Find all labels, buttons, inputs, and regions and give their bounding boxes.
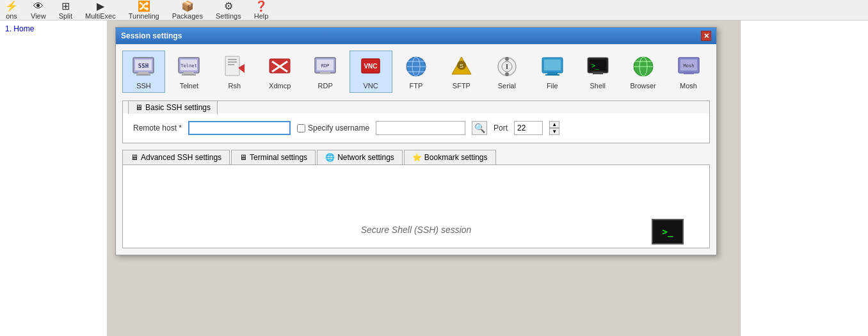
basic-ssh-section: 🖥 Basic SSH settings Remote host * Speci… (122, 100, 710, 143)
file-icon (540, 54, 565, 79)
toolbar-multiexec[interactable]: ▶ MultiExec (83, 0, 118, 21)
svg-rect-2 (138, 72, 149, 74)
svg-rect-8 (182, 74, 196, 76)
sidebar-item-home[interactable]: 1. Home (3, 23, 104, 35)
session-settings-modal: Session settings ✕ (115, 27, 717, 255)
tab-network[interactable]: 🌐 Network settings (317, 150, 403, 164)
port-down-button[interactable]: ▼ (549, 128, 559, 135)
toolbar-help[interactable]: ❓ Help (252, 0, 271, 21)
tab-terminal[interactable]: 🖥 Terminal settings (231, 150, 316, 164)
specify-username-checkbox-label: Specify username (297, 124, 369, 132)
ssh-icon: SSH (131, 54, 156, 79)
protocol-telnet[interactable]: Telnet Telnet (168, 51, 211, 93)
rdp-icon: RDP (312, 54, 338, 79)
svg-text:SSH: SSH (138, 63, 149, 69)
protocol-ftp[interactable]: FTP (395, 51, 438, 93)
sidebar: 1. Home (0, 20, 108, 336)
sftp-icon: S (449, 54, 474, 79)
settings-icon: ⚙ (224, 0, 233, 12)
svg-rect-7 (184, 72, 194, 74)
split-icon: ⊞ (61, 0, 70, 12)
svg-rect-13 (228, 64, 234, 65)
svg-text:>_: >_ (591, 62, 600, 70)
modal-body: SSH SSH Telnet (116, 44, 716, 255)
content-area: Session settings ✕ (108, 20, 868, 336)
basic-tab-header: 🖥 Basic SSH settings (123, 101, 709, 114)
browse-icon: 🔍 (474, 123, 485, 133)
svg-rect-11 (228, 59, 237, 60)
modal-close-button[interactable]: ✕ (701, 31, 711, 41)
host-field-row: Remote host * Specify username 🔍 Port (133, 121, 699, 135)
protocol-row: SSH SSH Telnet (122, 51, 710, 93)
main-area: 1. Home Session settings ✕ (0, 20, 868, 336)
svg-rect-38 (544, 60, 561, 70)
advanced-tabs-section: 🖥 Advanced SSH settings 🖥 Terminal setti… (122, 150, 710, 248)
tunneling-icon: 🔀 (138, 0, 150, 12)
multiexec-icon: ▶ (97, 0, 104, 12)
svg-rect-40 (545, 74, 559, 76)
serial-icon (494, 54, 520, 79)
xdmcp-icon (267, 54, 293, 79)
toolbar-packages[interactable]: 📦 Packages (170, 0, 205, 21)
protocol-ssh[interactable]: SSH SSH (122, 51, 165, 93)
toolbar-settings[interactable]: ⚙ Settings (213, 0, 244, 21)
ons-icon: ⚡ (5, 0, 18, 12)
protocol-xdmcp[interactable]: Xdmcp (259, 51, 301, 93)
toolbar-view[interactable]: 👁 View (28, 0, 49, 21)
protocol-rdp[interactable]: RDP RDP (304, 51, 347, 93)
protocol-browser[interactable]: Browser (622, 51, 664, 93)
ssh-terminal-icon: >_ (652, 219, 684, 244)
tab-bookmark[interactable]: ⭐ Bookmark settings (404, 150, 496, 164)
svg-point-35 (505, 72, 509, 76)
svg-rect-51 (684, 72, 694, 74)
right-background (740, 20, 868, 336)
ftp-icon (403, 54, 429, 79)
toolbar: ⚡ ons 👁 View ⊞ Split ▶ MultiExec 🔀 Tunne… (0, 0, 868, 20)
shell-icon: >_ (585, 54, 611, 79)
svg-text:RDP: RDP (321, 63, 330, 68)
svg-rect-44 (593, 72, 603, 74)
svg-text:Mosh: Mosh (683, 63, 694, 68)
help-icon: ❓ (255, 0, 268, 12)
port-spinner: ▲ ▼ (549, 121, 559, 135)
port-up-button[interactable]: ▲ (549, 121, 559, 128)
toolbar-ons[interactable]: ⚡ ons (3, 0, 20, 21)
port-input[interactable] (514, 121, 543, 135)
port-label: Port (494, 124, 508, 132)
specify-username-checkbox[interactable] (297, 124, 305, 132)
remote-host-input[interactable] (188, 121, 291, 135)
svg-rect-20 (320, 72, 330, 74)
protocol-file[interactable]: File (531, 51, 574, 93)
basic-ssh-content: Remote host * Specify username 🔍 Port (123, 113, 709, 143)
svg-rect-39 (547, 72, 558, 74)
protocol-sftp[interactable]: S SFTP (440, 51, 483, 93)
bottom-hint-text: Secure Shell (SSH) session (361, 225, 472, 235)
tab-advanced-ssh[interactable]: 🖥 Advanced SSH settings (122, 150, 230, 164)
protocol-rsh[interactable]: Rsh (213, 51, 256, 93)
telnet-icon: Telnet (176, 54, 202, 79)
browser-icon (631, 54, 656, 79)
rsh-icon (221, 54, 247, 79)
protocol-serial[interactable]: Serial (485, 51, 528, 93)
svg-rect-12 (228, 61, 237, 63)
protocol-shell[interactable]: >_ Shell (576, 51, 619, 93)
vnc-icon: VNC (358, 54, 383, 79)
username-input[interactable] (376, 121, 465, 135)
protocol-mosh[interactable]: Mosh Mosh (667, 51, 710, 93)
svg-text:S: S (460, 63, 463, 69)
advanced-tab-bar: 🖥 Advanced SSH settings 🖥 Terminal setti… (122, 150, 710, 165)
advanced-ssh-tab-icon: 🖥 (131, 153, 138, 162)
username-browse-button[interactable]: 🔍 (472, 121, 487, 135)
protocol-vnc[interactable]: VNC VNC (350, 51, 392, 93)
toolbar-split[interactable]: ⊞ Split (56, 0, 75, 21)
tab-content: Secure Shell (SSH) session >_ (122, 165, 710, 248)
svg-rect-3 (136, 74, 150, 76)
view-icon: 👁 (33, 1, 44, 12)
basic-ssh-tab[interactable]: 🖥 Basic SSH settings (128, 100, 218, 114)
packages-icon: 📦 (181, 0, 194, 12)
remote-host-label: Remote host * (133, 124, 182, 132)
bookmark-tab-icon: ⭐ (412, 153, 422, 162)
basic-tab-icon: 🖥 (135, 103, 143, 112)
toolbar-tunneling[interactable]: 🔀 Tunneling (126, 0, 162, 21)
network-tab-icon: 🌐 (325, 153, 335, 162)
